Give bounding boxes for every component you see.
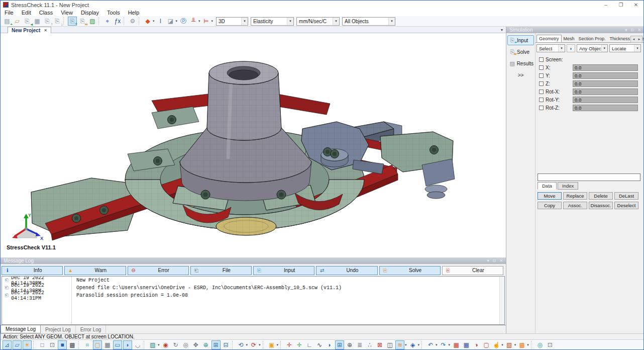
circle-ref-icon[interactable]: ⊕	[345, 340, 354, 349]
points-icon[interactable]: ✛	[285, 340, 294, 349]
log-tab-project-log[interactable]: Project Log	[41, 325, 76, 333]
view-manager-icon[interactable]: ⊟	[222, 340, 231, 349]
zoom-tool-icon[interactable]: ⌖	[103, 17, 112, 26]
x-value-input[interactable]: 0.0	[573, 64, 638, 71]
menu-tools[interactable]: Tools	[103, 10, 124, 16]
copy-button[interactable]: Copy	[538, 202, 562, 209]
rail-input-button[interactable]: ⎘+Input	[507, 35, 534, 45]
units-combo[interactable]: mm/N/sec/C▾	[296, 17, 340, 26]
assoc-button[interactable]: Assoc.	[563, 202, 587, 209]
dropdown-arrow-icon[interactable]: ▾	[198, 19, 200, 23]
tab-section-prop-[interactable]: Section Prop.	[577, 35, 608, 42]
deselect-button[interactable]: Deselect	[614, 202, 638, 209]
y-value-input[interactable]: 0.0	[573, 72, 638, 79]
tab-list-chevron-icon[interactable]: ▾	[501, 28, 503, 32]
save-icon[interactable]: ▦	[33, 17, 42, 26]
delast-button[interactable]: DeLast	[614, 192, 638, 200]
tab-geometry[interactable]: Geometry	[536, 35, 562, 42]
error-log-button[interactable]: ⊖Error	[128, 266, 189, 275]
layers-icon[interactable]: ≋	[395, 340, 404, 349]
settings-gear-icon[interactable]: ⚙	[128, 17, 137, 26]
dropdown-arrow-icon[interactable]: ▾	[436, 343, 438, 347]
lock-icon[interactable]: ◈	[408, 340, 417, 349]
data-tab-index[interactable]: Index	[558, 182, 578, 190]
tab-scroll-right-icon[interactable]: ▸	[636, 36, 642, 42]
objects-combo[interactable]: All Objects▾	[342, 17, 395, 26]
dropdown-arrow-icon[interactable]: ▾	[153, 19, 155, 23]
disassoc-button[interactable]: Disassoc.	[589, 202, 613, 209]
new-project-icon[interactable]: ▤+	[3, 17, 12, 26]
copy-project-icon[interactable]: ⎘↑	[43, 17, 52, 26]
roty-value-input[interactable]: 0.0	[573, 97, 638, 103]
surface-icon[interactable]: ◗	[325, 340, 334, 349]
select-grid-icon[interactable]: ▦	[103, 340, 112, 349]
import-icon[interactable]: ⎘◂	[23, 17, 32, 26]
model-viewport[interactable]: Y X StressCheck V11.1	[1, 33, 506, 257]
undo-icon[interactable]: ↶	[426, 340, 435, 349]
locate-mode-combo[interactable]: Locate ▾	[609, 44, 641, 52]
select-region-icon[interactable]: ⌗	[83, 340, 92, 349]
dropdown-arrow-icon[interactable]: ▾	[501, 343, 503, 347]
dropdown-arrow-icon[interactable]: ▾	[277, 343, 279, 347]
dropdown-arrow-icon[interactable]: ▾	[405, 343, 407, 347]
log-tab-error-log[interactable]: Error Log	[76, 325, 106, 333]
discipline-combo[interactable]: Elasticity▾	[251, 17, 294, 26]
dimension-combo[interactable]: 3D▾	[216, 17, 248, 26]
menu-help[interactable]: Help	[124, 10, 144, 16]
rotz-value-input[interactable]: 0.0	[573, 105, 638, 111]
tab-close-icon[interactable]: ✕	[44, 28, 47, 33]
results-view-icon[interactable]: ▨	[88, 17, 97, 26]
hatch-icon[interactable]: ▨	[505, 340, 514, 349]
fit-view-icon[interactable]: ⊡	[546, 340, 555, 349]
columns-icon[interactable]: ◫	[385, 340, 394, 349]
file-log-button[interactable]: ⎗File	[190, 266, 252, 275]
object-picker-icon[interactable]: ◗	[567, 44, 575, 52]
panel-close-icon[interactable]: ✕	[499, 258, 503, 263]
dropdown-arrow-icon[interactable]: ▾	[176, 19, 178, 23]
chevron-down-icon[interactable]: ▾	[487, 258, 489, 263]
plane-select-icon[interactable]: ◪	[166, 17, 175, 26]
roty-checkbox[interactable]	[539, 98, 544, 102]
visibility-icon[interactable]: ◎	[535, 340, 545, 349]
info-log-button[interactable]: ℹInfo	[2, 266, 63, 275]
rotate-center-icon[interactable]: ◉	[161, 340, 170, 349]
redo-icon[interactable]: ↷	[439, 340, 448, 349]
rotx-value-input[interactable]: 0.0	[573, 89, 638, 95]
light-icon[interactable]: ☀	[23, 340, 32, 349]
load-icon[interactable]: ╨	[189, 17, 198, 26]
mesh-red-icon[interactable]: ▦	[452, 340, 461, 349]
dropdown-arrow-icon[interactable]: ▾	[527, 343, 529, 347]
wireframe-icon[interactable]: □	[38, 340, 47, 349]
tab-scroll-left-icon[interactable]: ◂	[631, 36, 636, 42]
dropdown-arrow-icon[interactable]: ▾	[246, 343, 248, 347]
screen-checkbox[interactable]	[539, 57, 544, 62]
move-button[interactable]: Move	[538, 192, 562, 200]
section-beam-icon[interactable]: I	[156, 17, 165, 26]
surface-select-icon[interactable]: ◗	[123, 340, 132, 349]
select-window-icon[interactable]: ▭	[113, 340, 122, 349]
log-scrollbar[interactable]	[499, 277, 504, 324]
z-checkbox[interactable]	[539, 81, 544, 86]
clear-log-button[interactable]: ⎘Clear	[442, 266, 503, 275]
menu-file[interactable]: File	[1, 10, 18, 16]
hidden-line-icon[interactable]: ⊡	[48, 340, 57, 349]
object-type-combo[interactable]: Any Object ▾	[577, 44, 608, 52]
fill-pattern-icon[interactable]: ▩	[517, 340, 526, 349]
input-view-icon[interactable]: ⎘+	[68, 17, 77, 26]
log-tab-message-log[interactable]: Message Log	[1, 325, 41, 333]
function-curve-icon[interactable]: ∿	[315, 340, 324, 349]
menu-view[interactable]: View	[57, 10, 77, 16]
warn-log-button[interactable]: ▲Warn	[64, 266, 126, 275]
constraint-icon[interactable]: ⊨	[202, 17, 211, 26]
pan-icon[interactable]: ✥	[191, 340, 200, 349]
log-entries-area[interactable]: ⎗Dec 19 2022 04:14:30PMNew Project⎗Dec 1…	[2, 276, 505, 325]
chevron-down-icon[interactable]: ▾	[625, 28, 627, 32]
zoom-box-icon[interactable]: ⊞	[211, 340, 221, 349]
pin-icon[interactable]: ⊡	[631, 28, 634, 32]
spin-icon[interactable]: ◎	[181, 340, 190, 349]
zoom-in-icon[interactable]: ⊕	[201, 340, 210, 349]
dropdown-arrow-icon[interactable]: ▾	[211, 19, 213, 23]
curve-select-icon[interactable]: ◡	[133, 340, 142, 349]
textured-icon[interactable]: ▩	[68, 340, 77, 349]
formula-icon[interactable]: ƒx	[113, 17, 122, 26]
